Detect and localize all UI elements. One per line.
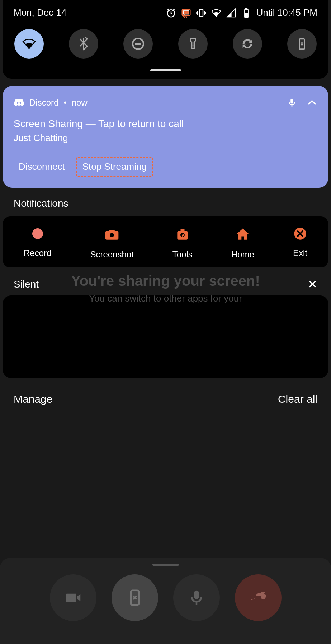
mute-button[interactable] [173,574,220,621]
notification-subtitle: Just Chatting [14,132,317,144]
record-icon [30,227,45,243]
svg-point-13 [32,228,43,239]
home-icon [235,227,251,244]
dnd-until: Until 10:45 PM [256,7,317,18]
svg-point-9 [192,45,193,46]
toolbar-record[interactable]: Record [24,227,51,260]
quick-settings-panel: Mon, Dec 14 Until 10:45 PM [3,0,328,79]
tile-battery-saver[interactable] [287,29,317,59]
tile-bluetooth[interactable] [69,29,98,59]
call-bar-handle[interactable] [152,564,179,566]
toolbar-screenshot[interactable]: Screenshot [90,227,133,260]
signal-icon [226,8,237,18]
screenshot-label: Screenshot [90,249,133,260]
stop-share-button[interactable] [112,574,158,621]
svg-rect-12 [290,99,293,104]
collapse-icon[interactable] [307,97,317,108]
toolbar-exit[interactable]: Exit [293,227,307,260]
status-icons: Until 10:45 PM [166,7,317,18]
stop-streaming-button[interactable]: Stop Streaming [76,157,153,177]
svg-rect-10 [299,39,304,49]
tile-flashlight[interactable] [178,29,208,59]
svg-rect-3 [199,9,203,17]
hangup-icon [249,588,268,607]
svg-rect-18 [194,591,199,599]
svg-rect-2 [184,10,189,14]
panel-drag-handle[interactable] [150,69,181,71]
notification-sep: • [63,98,66,108]
svg-rect-5 [246,8,247,9]
discord-icon [14,97,24,108]
quick-tiles-row [14,29,317,69]
tile-autorotate[interactable] [233,29,262,59]
bg-sharing-sub: You can switch to other apps for your [0,293,331,304]
section-notifications: Notifications [14,198,331,209]
tile-dnd[interactable] [123,29,153,59]
video-icon [63,588,83,607]
call-bar [0,558,331,644]
toolbar-tools[interactable]: Tools [172,227,193,260]
svg-rect-11 [301,38,303,39]
phone-stop-icon [125,588,145,607]
battery-icon [241,8,252,18]
notification-title: Screen Sharing — Tap to return to call [14,118,317,130]
notification-actions: Disconnect Stop Streaming [14,157,317,177]
wifi-icon [211,8,222,18]
status-date: Mon, Dec 14 [14,7,66,18]
hangup-button[interactable] [235,574,282,621]
exit-label: Exit [293,248,307,258]
camera-icon [104,227,120,244]
status-bar: Mon, Dec 14 Until 10:45 PM [14,7,317,18]
toolbar-home[interactable]: Home [231,227,254,260]
shade-footer: Manage Clear all [14,393,317,405]
alarm-icon [166,8,176,18]
notification-app-name: Discord [29,98,58,108]
disconnect-button[interactable]: Disconnect [14,157,70,177]
svg-rect-6 [245,13,248,17]
vibrate-icon [196,8,207,18]
home-label: Home [231,249,254,260]
tools-label: Tools [172,249,193,260]
exit-icon [293,227,307,243]
record-label: Record [24,248,51,258]
clear-all-button[interactable]: Clear all [278,393,317,405]
notification-header: Discord • now [14,97,317,108]
tile-wifi[interactable] [14,29,44,59]
mic-icon[interactable] [287,97,297,108]
camera-toggle-button[interactable] [50,574,96,621]
tools-icon [175,227,190,244]
notification-discord[interactable]: Discord • now Screen Sharing — Tap to re… [3,86,328,188]
manage-button[interactable]: Manage [14,393,52,405]
recorder-toolbar: Record Screenshot Tools Home Exit [3,216,328,267]
notification-time: now [72,98,88,108]
mic-off-icon [187,588,206,607]
bg-sharing-title: You're sharing your screen! [0,273,331,289]
silent-notification-card[interactable] [3,295,328,378]
cast-icon [181,8,191,18]
svg-point-14 [110,233,114,237]
